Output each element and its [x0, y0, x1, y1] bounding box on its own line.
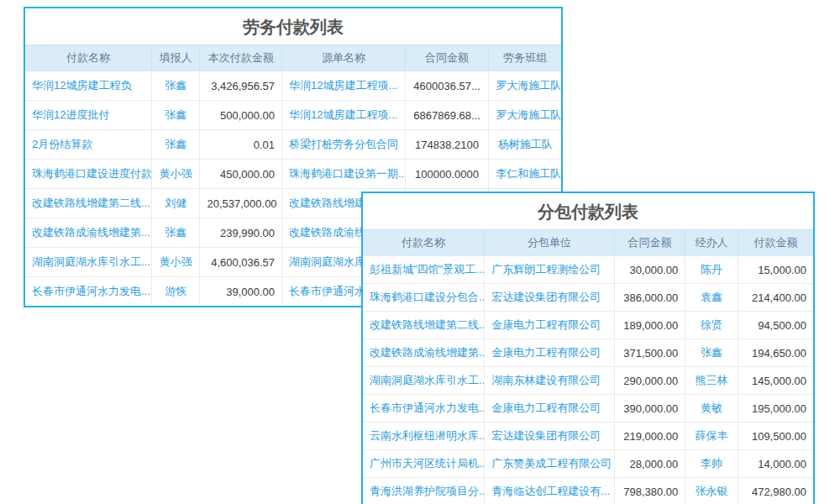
cell-value: 500,000.00: [200, 101, 282, 130]
cell-value: 214,400.00: [738, 284, 813, 312]
cell-link[interactable]: 黄小强: [152, 248, 200, 277]
cell-value: 390,000.00: [614, 395, 685, 423]
cell-value: 15,000.00: [738, 256, 813, 284]
table-row: 2月份结算款张鑫0.01桥梁打桩劳务分包合同174838.2100杨树施工队: [25, 130, 561, 160]
cell-value: 798,380.00: [614, 478, 685, 504]
table-row: 广州市天河区统计局机...广东赞美成工程有限公司28,000.00李帅14,00…: [363, 450, 813, 478]
cell-link[interactable]: 青海洪湖养护院项目分...: [363, 478, 485, 504]
cell-link[interactable]: 宏达建设集团有限公司: [485, 423, 614, 450]
cell-value: 174838.2100: [405, 130, 489, 160]
cell-value: 472,980.00: [738, 478, 813, 504]
subcontract-payment-panel: 分包付款列表 付款名称分包单位合同金额经办人付款金额彭祖新城"四馆"景观工...…: [361, 192, 815, 504]
cell-link[interactable]: 张永银: [685, 478, 738, 504]
cell-link[interactable]: 华润12进度批付: [25, 101, 152, 130]
table-row: 华润12城房建工程负张鑫3,426,956.57华润12城房建工程项...460…: [25, 71, 561, 101]
cell-link[interactable]: 改建铁路线增建第二线...: [363, 312, 485, 339]
column-header-1: 付款名称: [363, 230, 485, 256]
cell-link[interactable]: 李仁和施工队: [489, 160, 561, 189]
cell-link[interactable]: 改建铁路成渝线增建第...: [25, 218, 152, 248]
cell-link[interactable]: 游恢: [152, 277, 200, 307]
column-header-3: 本次付款金额: [200, 45, 282, 71]
cell-value: 386,000.00: [614, 284, 685, 312]
table-row: 改建铁路线增建第二线...金康电力工程有限公司189,000.00徐贤94,50…: [363, 312, 813, 339]
column-header-6: 劳务班组: [489, 45, 561, 71]
cell-link[interactable]: 广东辉朗工程测绘公司: [485, 256, 614, 284]
cell-link[interactable]: 张鑫: [152, 71, 200, 101]
table-row: 青海洪湖养护院项目分...青海临达创工程建设有...798,380.00张永银4…: [363, 478, 813, 504]
cell-value: 6867869.68...: [405, 101, 489, 130]
cell-link[interactable]: 彭祖新城"四馆"景观工...: [363, 256, 485, 284]
cell-value: 94,500.00: [738, 312, 813, 339]
column-header-5: 付款金额: [738, 230, 813, 256]
cell-link[interactable]: 杨树施工队: [489, 130, 561, 160]
cell-value: 219,000.00: [614, 423, 685, 450]
cell-link[interactable]: 华润12城房建工程项...: [282, 71, 406, 101]
table-row: 珠海鹤港口建设进度付款黄小强450,000.00珠海鹤港口建设第一期...100…: [25, 160, 561, 189]
cell-link[interactable]: 陈丹: [685, 256, 738, 284]
table-row: 云南水利枢纽潜明水库...宏达建设集团有限公司219,000.00薛保丰109,…: [363, 423, 813, 450]
cell-link[interactable]: 黄小强: [152, 160, 200, 189]
cell-link[interactable]: 湖南洞庭湖水库引水工...: [25, 248, 152, 277]
cell-value: 290,000.00: [614, 367, 685, 395]
cell-value: 28,000.00: [614, 450, 685, 478]
cell-link[interactable]: 广州市天河区统计局机...: [363, 450, 485, 478]
cell-link[interactable]: 2月份结算款: [25, 130, 152, 160]
column-header-4: 经办人: [685, 230, 738, 256]
cell-link[interactable]: 长春市伊通河水力发电...: [25, 277, 152, 307]
cell-link[interactable]: 金康电力工程有限公司: [485, 339, 614, 367]
cell-link[interactable]: 张鑫: [685, 339, 738, 367]
column-header-3: 合同金额: [614, 230, 685, 256]
cell-link[interactable]: 珠海鹤港口建设分包合...: [363, 284, 485, 312]
cell-link[interactable]: 熊三林: [685, 367, 738, 395]
cell-link[interactable]: 湖南东林建设有限公司: [485, 367, 614, 395]
cell-link[interactable]: 珠海鹤港口建设进度付款: [25, 160, 152, 189]
labor-panel-title: 劳务付款列表: [25, 8, 561, 45]
cell-link[interactable]: 张鑫: [152, 130, 200, 160]
cell-value: 20,537,000.00: [200, 189, 282, 218]
cell-link[interactable]: 李帅: [685, 450, 738, 478]
cell-link[interactable]: 长春市伊通河水力发电...: [363, 395, 485, 423]
cell-value: 450,000.00: [200, 160, 282, 189]
table-row: 珠海鹤港口建设分包合...宏达建设集团有限公司386,000.00袁鑫214,4…: [363, 284, 813, 312]
cell-value: 4600036.57...: [405, 71, 489, 101]
cell-link[interactable]: 广东赞美成工程有限公司: [485, 450, 614, 478]
cell-value: 14,000.00: [738, 450, 813, 478]
cell-link[interactable]: 华润12城房建工程项...: [282, 101, 406, 130]
cell-link[interactable]: 徐贤: [685, 312, 738, 339]
cell-link[interactable]: 张鑫: [152, 101, 200, 130]
cell-link[interactable]: 罗大海施工队: [489, 101, 561, 130]
cell-value: 189,000.00: [614, 312, 685, 339]
cell-value: 4,600,036.57: [200, 248, 282, 277]
subcontract-panel-title: 分包付款列表: [363, 193, 813, 229]
cell-link[interactable]: 刘健: [152, 189, 200, 218]
cell-link[interactable]: 青海临达创工程建设有...: [485, 478, 614, 504]
cell-link[interactable]: 改建铁路线增建第二线...: [25, 189, 152, 218]
table-row: 改建铁路成渝线增建第...金康电力工程有限公司371,500.00张鑫194,6…: [363, 339, 813, 367]
cell-value: 239,990.00: [200, 218, 282, 248]
page: 劳务付款列表 付款名称填报人本次付款金额源单名称合同金额劳务班组华润12城房建工…: [0, 0, 840, 504]
cell-link[interactable]: 金康电力工程有限公司: [485, 312, 614, 339]
cell-value: 100000.0000: [405, 160, 489, 189]
cell-link[interactable]: 宏达建设集团有限公司: [485, 284, 614, 312]
cell-value: 3,426,956.57: [200, 71, 282, 101]
cell-link[interactable]: 袁鑫: [685, 284, 738, 312]
cell-link[interactable]: 珠海鹤港口建设第一期...: [282, 160, 406, 189]
table-row: 湖南洞庭湖水库引水工...湖南东林建设有限公司290,000.00熊三林145,…: [363, 367, 813, 395]
cell-link[interactable]: 桥梁打桩劳务分包合同: [282, 130, 406, 160]
table-row: 彭祖新城"四馆"景观工...广东辉朗工程测绘公司30,000.00陈丹15,00…: [363, 256, 813, 284]
cell-value: 30,000.00: [614, 256, 685, 284]
cell-value: 0.01: [200, 130, 282, 160]
cell-link[interactable]: 华润12城房建工程负: [25, 71, 152, 101]
cell-link[interactable]: 改建铁路成渝线增建第...: [363, 339, 485, 367]
cell-link[interactable]: 黄敏: [685, 395, 738, 423]
cell-link[interactable]: 湖南洞庭湖水库引水工...: [363, 367, 485, 395]
cell-link[interactable]: 张鑫: [152, 218, 200, 248]
column-header-5: 合同金额: [405, 45, 489, 71]
cell-link[interactable]: 薛保丰: [685, 423, 738, 450]
cell-value: 371,500.00: [614, 339, 685, 367]
cell-link[interactable]: 云南水利枢纽潜明水库...: [363, 423, 485, 450]
cell-link[interactable]: 罗大海施工队: [489, 71, 561, 101]
cell-link[interactable]: 金康电力工程有限公司: [485, 395, 614, 423]
table-row: 华润12进度批付张鑫500,000.00华润12城房建工程项...6867869…: [25, 101, 561, 130]
column-header-2: 填报人: [152, 45, 200, 71]
